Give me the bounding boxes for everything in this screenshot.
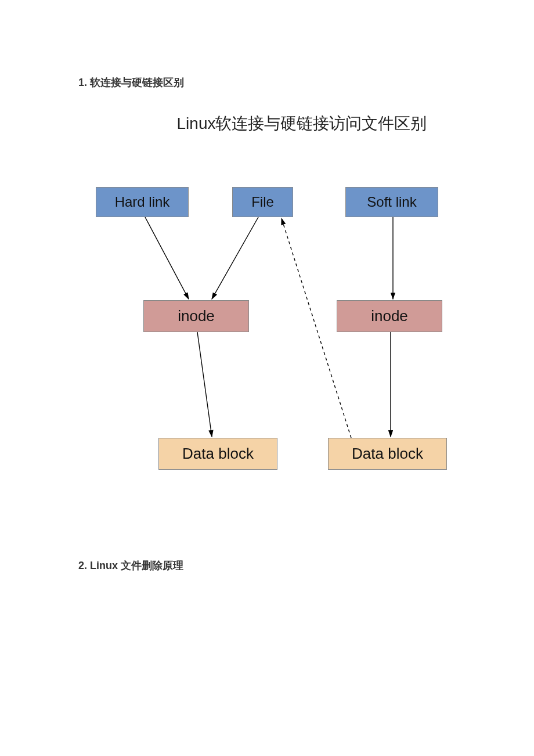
box-inode-right: inode <box>337 300 442 332</box>
svg-line-0 <box>145 217 189 299</box>
box-soft-link: Soft link <box>345 187 438 217</box>
svg-line-1 <box>212 217 258 299</box>
box-hard-link: Hard link <box>96 187 189 217</box>
box-data-block-left: Data block <box>158 438 277 470</box>
box-data-block-right: Data block <box>328 438 447 470</box>
document-page: 1. 软连接与硬链接区别 Linux软连接与硬链接访问文件区别 Hard lin… <box>0 0 534 573</box>
box-inode-left: inode <box>143 300 249 332</box>
diagram-title: Linux软连接与硬链接访问文件区别 <box>148 113 456 135</box>
section-2-heading: 2. Linux 文件删除原理 <box>78 559 456 573</box>
box-file: File <box>232 187 293 217</box>
section-1-heading: 1. 软连接与硬链接区别 <box>78 75 456 89</box>
link-diagram: Hard link File Soft link inode inode Dat… <box>96 187 467 506</box>
svg-line-3 <box>197 332 212 437</box>
